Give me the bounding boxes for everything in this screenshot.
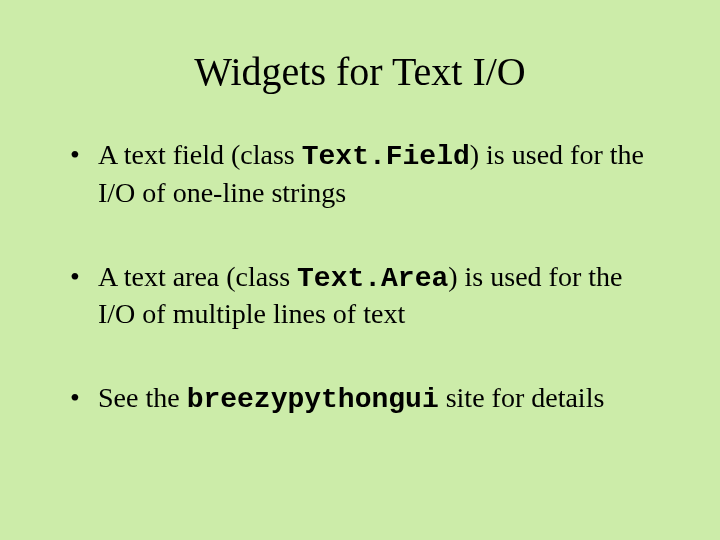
list-item: A text field (class Text.Field) is used … — [60, 137, 660, 211]
bullet-text-post: site for details — [439, 382, 605, 413]
bullet-list: A text field (class Text.Field) is used … — [60, 137, 660, 418]
bullet-text-pre: See the — [98, 382, 187, 413]
code-literal: Text.Area — [297, 263, 448, 294]
list-item: See the breezypythongui site for details — [60, 380, 660, 418]
bullet-text-pre: A text area (class — [98, 261, 297, 292]
list-item: A text area (class Text.Area) is used fo… — [60, 259, 660, 333]
code-literal: Text.Field — [302, 141, 470, 172]
bullet-text-pre: A text field (class — [98, 139, 302, 170]
slide: Widgets for Text I/O A text field (class… — [0, 0, 720, 540]
slide-title: Widgets for Text I/O — [60, 48, 660, 95]
code-literal: breezypythongui — [187, 384, 439, 415]
